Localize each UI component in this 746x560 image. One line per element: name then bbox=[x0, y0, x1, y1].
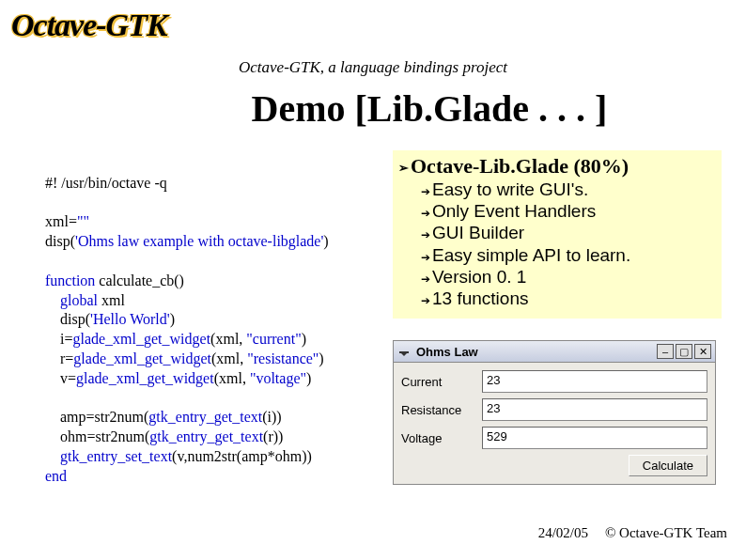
features-heading: ➢Octave-Lib.Glade (80%) bbox=[398, 154, 716, 179]
code-text bbox=[45, 448, 60, 464]
feature-item: ➔Version 0. 1 bbox=[421, 266, 716, 288]
close-button[interactable]: ✕ bbox=[694, 344, 711, 359]
feature-text: GUI Builder bbox=[432, 223, 524, 242]
feature-text: Easy simple API to learn. bbox=[432, 245, 630, 265]
minimize-button[interactable]: – bbox=[657, 344, 674, 359]
code-text: ) bbox=[302, 331, 306, 347]
label-resistance: Resistance bbox=[401, 403, 482, 417]
code-string: 'Hello World' bbox=[90, 311, 170, 327]
bullet-icon: ➢ bbox=[398, 161, 409, 175]
code-text: disp( bbox=[45, 233, 75, 249]
code-text: (v,num2str(amp*ohm)) bbox=[172, 448, 312, 464]
code-string: "current" bbox=[246, 331, 301, 347]
code-keyword: global bbox=[45, 292, 98, 308]
arrow-icon: ➔ bbox=[421, 207, 430, 220]
code-text: (xml, bbox=[211, 350, 247, 366]
code-text: v= bbox=[45, 370, 76, 386]
features-heading-text: Octave-Lib.Glade (80%) bbox=[411, 154, 629, 178]
window-titlebar[interactable]: Ohms Law – ▢ ✕ bbox=[393, 340, 716, 363]
input-voltage[interactable]: 529 bbox=[482, 427, 707, 449]
code-text: ohm=str2num( bbox=[45, 428, 149, 444]
label-current: Current bbox=[401, 375, 482, 389]
code-line: #! /usr/bin/octave -q bbox=[45, 175, 167, 191]
code-text: ) bbox=[306, 370, 311, 386]
feature-text: Easy to write GUI's. bbox=[432, 179, 588, 199]
code-text: ) bbox=[319, 350, 323, 366]
code-func: glade_xml_get_widget bbox=[73, 350, 211, 366]
code-func: gtk_entry_get_text bbox=[148, 409, 262, 425]
form-row-resistance: Resistance 23 bbox=[401, 398, 707, 421]
code-keyword: function bbox=[45, 272, 95, 288]
code-block: #! /usr/bin/octave -q xml="" disp('Ohms … bbox=[45, 154, 383, 487]
feature-text: Version 0. 1 bbox=[432, 267, 526, 287]
code-text: (xml, bbox=[214, 370, 250, 386]
code-text: (i)) bbox=[262, 409, 281, 425]
button-row: Calculate bbox=[401, 455, 707, 476]
feature-item: ➔Easy to write GUI's. bbox=[421, 179, 716, 200]
footer-date: 24/02/05 bbox=[538, 525, 588, 540]
logo: Octave-GTK bbox=[11, 8, 167, 43]
form-row-voltage: Voltage 529 bbox=[401, 427, 707, 449]
arrow-icon: ➔ bbox=[421, 272, 430, 286]
label-voltage: Voltage bbox=[401, 431, 482, 445]
code-func: glade_xml_get_widget bbox=[72, 331, 210, 347]
code-func: gtk_entry_get_text bbox=[149, 428, 263, 444]
code-text: xml= bbox=[45, 213, 77, 229]
arrow-icon: ➔ bbox=[421, 251, 430, 264]
input-resistance[interactable]: 23 bbox=[482, 398, 707, 421]
feature-text: 13 functions bbox=[432, 288, 528, 308]
svg-marker-1 bbox=[400, 352, 408, 356]
features-list: ➔Easy to write GUI's. ➔Only Event Handle… bbox=[421, 179, 716, 309]
slide-title: Demo [Lib.Glade . . . ] bbox=[0, 86, 746, 131]
code-text: (r)) bbox=[263, 428, 283, 444]
feature-item: ➔Easy simple API to learn. bbox=[421, 244, 716, 266]
feature-text: Only Event Handlers bbox=[432, 201, 596, 221]
arrow-icon: ➔ bbox=[421, 294, 430, 307]
code-text: ) bbox=[323, 233, 328, 249]
calculate-button[interactable]: Calculate bbox=[629, 455, 707, 476]
code-func: gtk_entry_set_text bbox=[60, 448, 172, 464]
code-string: "voltage" bbox=[250, 370, 306, 386]
window-title: Ohms Law bbox=[416, 345, 655, 359]
feature-item: ➔Only Event Handlers bbox=[421, 200, 716, 222]
code-string: "" bbox=[77, 213, 89, 229]
code-text: calculate_cb() bbox=[95, 272, 184, 288]
code-func: glade_xml_get_widget bbox=[76, 370, 214, 386]
arrow-icon: ➔ bbox=[421, 185, 430, 198]
window-menu-icon[interactable] bbox=[397, 345, 411, 358]
demo-window: Ohms Law – ▢ ✕ Current 23 Resistance 23 … bbox=[393, 340, 716, 485]
window-body: Current 23 Resistance 23 Voltage 529 Cal… bbox=[393, 363, 716, 485]
code-text: disp( bbox=[45, 311, 90, 327]
code-text: (xml, bbox=[210, 331, 246, 347]
arrow-icon: ➔ bbox=[421, 228, 430, 241]
feature-item: ➔GUI Builder bbox=[421, 222, 716, 243]
footer-credit: © Octave-GTK Team bbox=[605, 525, 727, 540]
subtitle: Octave-GTK, a language bindings project bbox=[0, 58, 746, 77]
input-current[interactable]: 23 bbox=[482, 370, 707, 393]
code-text: r= bbox=[45, 350, 73, 366]
footer: 24/02/05© Octave-GTK Team bbox=[538, 525, 727, 541]
feature-item: ➔13 functions bbox=[421, 288, 716, 309]
code-text: ) bbox=[170, 311, 175, 327]
code-string: 'Ohms law example with octave-libglade' bbox=[75, 233, 323, 249]
code-string: "resistance" bbox=[247, 350, 319, 366]
maximize-button[interactable]: ▢ bbox=[676, 344, 692, 359]
features-panel: ➢Octave-Lib.Glade (80%) ➔Easy to write G… bbox=[393, 150, 722, 319]
code-keyword: end bbox=[45, 468, 67, 484]
code-text: xml bbox=[98, 292, 125, 308]
code-text: i= bbox=[45, 331, 72, 347]
form-row-current: Current 23 bbox=[401, 370, 707, 393]
code-text: amp=str2num( bbox=[45, 409, 148, 425]
